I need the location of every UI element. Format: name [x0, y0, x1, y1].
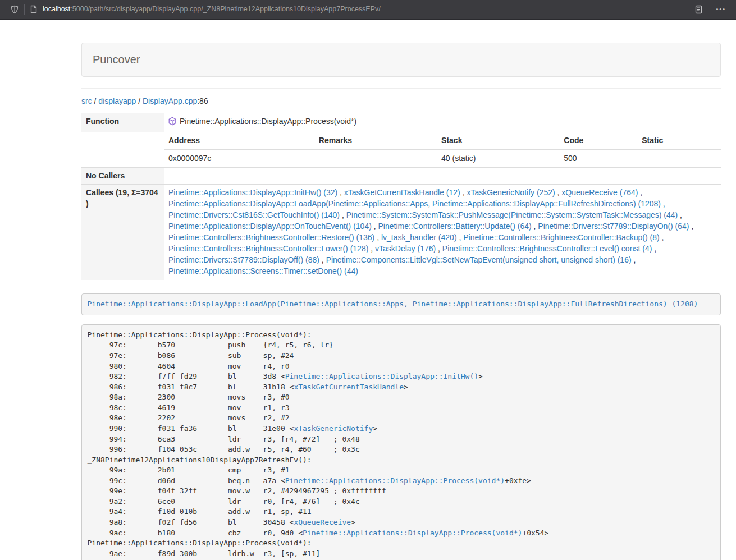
toolbar-separator [24, 4, 25, 15]
callee-separator: , [652, 244, 656, 253]
url-path: :5000/path/src/displayapp/DisplayApp.cpp… [70, 5, 380, 13]
breadcrumb-file[interactable]: DisplayApp.cpp [143, 97, 197, 105]
callee-link[interactable]: xQueueReceive (764) [561, 188, 638, 197]
function-row: Function Pinetime::Applications::Display… [81, 113, 721, 132]
browser-toolbar: localhost:5000/path/src/displayapp/Displ… [0, 0, 736, 19]
url-host: localhost [43, 5, 70, 13]
callee-link[interactable]: Pinetime::Components::LittleVgl::SetNewT… [326, 255, 632, 264]
callee-link[interactable]: Pinetime::System::SystemTask::PushMessag… [346, 210, 678, 219]
callee-link[interactable]: Pinetime::Applications::DisplayApp::Load… [168, 199, 661, 208]
remarks-value [314, 150, 437, 167]
no-callers-label: No Callers [81, 167, 164, 185]
callee-link[interactable]: Pinetime::Controllers::BrightnessControl… [168, 233, 374, 242]
function-label: Function [81, 113, 164, 132]
callee-separator: , [374, 233, 381, 242]
callee-separator: , [638, 188, 642, 197]
highlighted-callee-box: Pinetime::Applications::DisplayApp::Load… [81, 293, 721, 315]
callee-link[interactable]: Pinetime::Controllers::BrightnessControl… [442, 244, 652, 253]
col-code: Code [559, 132, 637, 150]
callee-link[interactable]: Pinetime::Controllers::BrightnessControl… [463, 233, 659, 242]
code-value: 500 [559, 150, 637, 167]
breadcrumb-line-number: :86 [197, 97, 208, 105]
highlighted-callee-link[interactable]: Pinetime::Applications::DisplayApp::Load… [88, 300, 698, 308]
callees-row: Callees (19, Σ=3704 ) Pinetime::Applicat… [81, 185, 721, 280]
col-remarks: Remarks [314, 132, 437, 150]
static-value [637, 150, 721, 167]
no-callers-cell [164, 167, 721, 185]
callee-separator: , [532, 222, 538, 231]
callee-separator: , [337, 188, 344, 197]
stats-table-cell: Address Remarks Stack Code Static 0x0000… [164, 132, 721, 167]
code-symbol-link[interactable]: xTaskGenericNotify [294, 424, 373, 433]
address-value: 0x0000097c [164, 150, 314, 167]
code-symbol-link[interactable]: Pinetime::Applications::DisplayApp::Proc… [285, 476, 505, 485]
breadcrumb-src[interactable]: src [81, 97, 92, 105]
callee-link[interactable]: Pinetime::Controllers::Battery::Update()… [378, 222, 532, 231]
callee-separator: , [368, 244, 375, 253]
col-static: Static [637, 132, 721, 150]
reader-view-icon[interactable] [694, 5, 703, 14]
callee-link[interactable]: lv_task_handler (420) [381, 233, 457, 242]
stack-value: 40 (static) [437, 150, 559, 167]
callee-separator: , [340, 210, 346, 219]
function-table: Function Pinetime::Applications::Display… [81, 113, 721, 281]
callee-link[interactable]: Pinetime::Drivers::St7789::DisplayOff() … [168, 255, 319, 264]
code-symbol-link[interactable]: xQueueReceive [294, 518, 351, 526]
callee-link[interactable]: Pinetime::Applications::DisplayApp::OnTo… [168, 222, 372, 231]
breadcrumb: src / displayapp / DisplayApp.cpp:86 [81, 96, 721, 107]
callee-separator: , [661, 199, 665, 208]
callee-separator: , [457, 233, 464, 242]
callee-link[interactable]: Pinetime::Drivers::St7789::DisplayOn() (… [538, 222, 689, 231]
empty-cell [81, 132, 164, 167]
function-name: Pinetime::Applications::DisplayApp::Proc… [180, 117, 356, 126]
callee-link[interactable]: Pinetime::Controllers::BrightnessControl… [168, 244, 368, 253]
page-container: Puncover src / displayapp / DisplayApp.c… [81, 43, 721, 560]
shield-icon[interactable] [10, 5, 19, 14]
callees-list: Pinetime::Applications::DisplayApp::Init… [164, 185, 721, 280]
function-name-cell: Pinetime::Applications::DisplayApp::Proc… [164, 113, 721, 132]
breadcrumb-separator: / [92, 97, 99, 105]
callee-separator: , [660, 233, 664, 242]
callee-link[interactable]: Pinetime::Applications::DisplayApp::Init… [168, 188, 337, 197]
stats-table: Address Remarks Stack Code Static 0x0000… [164, 132, 721, 167]
no-callers-row: No Callers [81, 167, 721, 185]
callee-separator: , [632, 255, 636, 264]
callee-separator: , [555, 188, 562, 197]
callee-separator: , [460, 188, 467, 197]
divider [81, 88, 721, 89]
stats-row: Address Remarks Stack Code Static 0x0000… [81, 132, 721, 167]
menu-icon[interactable]: ••• [714, 5, 728, 14]
col-stack: Stack [437, 132, 559, 150]
callee-separator: , [689, 222, 694, 231]
code-symbol-link[interactable]: xTaskGetCurrentTaskHandle [294, 383, 404, 391]
page-icon [30, 5, 38, 13]
address-bar[interactable]: localhost:5000/path/src/displayapp/Displ… [30, 4, 694, 15]
callee-link[interactable]: Pinetime::Applications::Screens::Timer::… [168, 267, 358, 276]
app-header: Puncover [81, 43, 721, 77]
toolbar-separator-right [708, 4, 708, 15]
callee-separator: , [319, 255, 326, 264]
callee-link[interactable]: vTaskDelay (176) [375, 244, 436, 253]
callee-separator: , [372, 222, 378, 231]
page-title[interactable]: Puncover [93, 53, 140, 66]
url-text: localhost:5000/path/src/displayapp/Displ… [43, 4, 381, 15]
breadcrumb-displayapp[interactable]: displayapp [98, 97, 136, 105]
chrome-bottom-strip [0, 19, 736, 20]
callee-link[interactable]: xTaskGenericNotify (252) [467, 188, 555, 197]
code-symbol-link[interactable]: Pinetime::Applications::DisplayApp::Init… [285, 372, 478, 380]
breadcrumb-separator: / [136, 97, 143, 105]
col-address: Address [164, 132, 314, 150]
code-symbol-link[interactable]: Pinetime::Applications::DisplayApp::Proc… [303, 529, 522, 537]
callee-separator: , [436, 244, 442, 253]
callee-separator: , [678, 210, 682, 219]
callee-link[interactable]: Pinetime::Drivers::Cst816S::GetTouchInfo… [168, 210, 340, 219]
symbol-cube-icon [168, 117, 176, 129]
table-row: 0x0000097c 40 (static) 500 [164, 150, 721, 167]
callee-link[interactable]: xTaskGetCurrentTaskHandle (12) [344, 188, 460, 197]
callees-label: Callees (19, Σ=3704 ) [81, 185, 164, 280]
disassembly-pre: Pinetime::Applications::DisplayApp::Proc… [81, 324, 721, 560]
